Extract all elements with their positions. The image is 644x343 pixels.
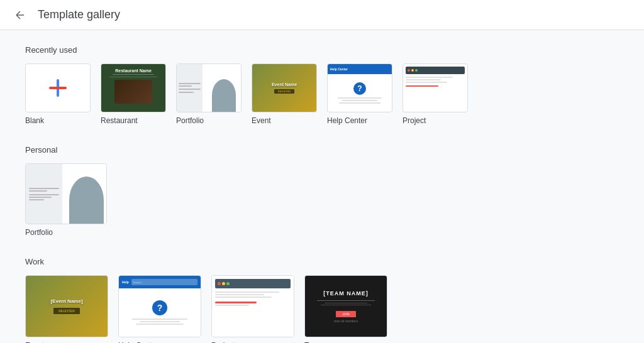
template-personal-portfolio[interactable]: Portfolio <box>25 163 107 237</box>
main-content: Recently used <box>0 30 644 343</box>
template-work-team[interactable]: [TEAM NAME] JOIN view all members Team <box>304 275 387 343</box>
back-button[interactable] <box>10 5 30 25</box>
template-thumb-personal-portfolio[interactable] <box>25 163 107 224</box>
template-thumb-event[interactable]: Event Name REGISTER <box>252 63 317 112</box>
template-thumb-restaurant[interactable]: Restaurant Name <box>101 63 166 112</box>
work-templates: [Event Name] REGISTER Event Help Search.… <box>25 275 619 343</box>
template-thumb-portfolio[interactable] <box>176 63 242 112</box>
section-personal: Personal <box>25 145 619 237</box>
template-label-helpcenter: Help Center <box>327 116 392 125</box>
template-label-project: Project <box>402 116 468 125</box>
template-project[interactable]: Project <box>402 63 468 125</box>
template-label-blank: Blank <box>25 116 91 125</box>
template-work-project[interactable]: Project <box>211 275 294 343</box>
template-label-portfolio: Portfolio <box>176 116 242 125</box>
section-recently-used: Recently used <box>25 45 619 125</box>
template-work-event[interactable]: [Event Name] REGISTER Event <box>25 275 108 343</box>
template-helpcenter[interactable]: Help Center ? Help Center <box>327 63 392 125</box>
section-title-work: Work <box>25 257 619 266</box>
section-work: Work [Event Name] REGISTER Event Help <box>25 257 619 343</box>
template-portfolio[interactable]: Portfolio <box>176 63 242 125</box>
section-title-personal: Personal <box>25 145 619 155</box>
app-header: Template gallery <box>0 0 644 30</box>
template-label-event: Event <box>252 116 317 125</box>
template-thumb-blank[interactable] <box>25 63 91 112</box>
template-thumb-work-project[interactable] <box>211 275 294 337</box>
template-event[interactable]: Event Name REGISTER Event <box>252 63 317 125</box>
personal-templates: Portfolio <box>25 163 619 237</box>
section-title-recently-used: Recently used <box>25 45 619 55</box>
template-thumb-work-helpcenter[interactable]: Help Search... ? <box>118 275 201 337</box>
recently-used-templates: Blank Restaurant Name Restaurant <box>25 63 619 125</box>
page-title: Template gallery <box>38 8 120 21</box>
template-restaurant[interactable]: Restaurant Name Restaurant <box>101 63 166 125</box>
template-label-personal-portfolio: Portfolio <box>25 228 107 237</box>
template-thumb-helpcenter[interactable]: Help Center ? <box>327 63 392 112</box>
template-thumb-work-event[interactable]: [Event Name] REGISTER <box>25 275 108 337</box>
template-thumb-work-team[interactable]: [TEAM NAME] JOIN view all members <box>304 275 387 337</box>
template-blank[interactable]: Blank <box>25 63 91 125</box>
template-thumb-project[interactable] <box>402 63 468 112</box>
template-work-helpcenter[interactable]: Help Search... ? Help Center <box>118 275 201 343</box>
template-label-restaurant: Restaurant <box>101 116 166 125</box>
